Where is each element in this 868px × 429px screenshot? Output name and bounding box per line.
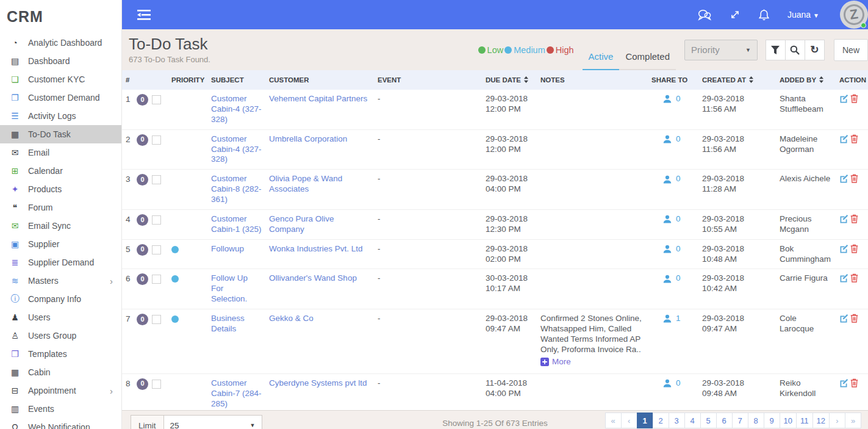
page-button-11[interactable]: 11 bbox=[796, 413, 813, 428]
sidebar-item-cabin[interactable]: ▦Cabin bbox=[0, 363, 121, 381]
user-menu[interactable]: Juana▼ bbox=[787, 10, 819, 20]
customer-link[interactable]: Wonka Industries Pvt. Ltd bbox=[269, 244, 363, 253]
page-prev-button[interactable]: ‹ bbox=[621, 413, 637, 428]
sidebar-item-appointment[interactable]: ⊟Appointment› bbox=[0, 381, 121, 400]
edit-icon[interactable] bbox=[839, 314, 848, 326]
priority-filter-select[interactable]: Priority ▼ bbox=[684, 40, 758, 60]
edit-icon[interactable] bbox=[839, 174, 848, 186]
edit-icon[interactable] bbox=[839, 244, 848, 256]
search-button[interactable] bbox=[785, 40, 805, 60]
customer-link[interactable]: Umbrella Corporation bbox=[269, 134, 347, 143]
page-button-1[interactable]: 1 bbox=[637, 413, 653, 428]
share-to-button[interactable]: 0 bbox=[651, 214, 681, 225]
row-checkbox[interactable] bbox=[152, 380, 161, 389]
column-header-created[interactable]: CREATED AT bbox=[698, 70, 776, 90]
subject-link[interactable]: Customer Cabin-8 (282-361) bbox=[211, 174, 262, 204]
row-checkbox[interactable] bbox=[152, 175, 161, 184]
customer-link[interactable]: Olivia Pope & Wand Associates bbox=[269, 174, 342, 193]
share-to-button[interactable]: 0 bbox=[651, 273, 681, 284]
sidebar-item-dashboard[interactable]: ▤Dashboard bbox=[0, 52, 121, 70]
sidebar-item-forum[interactable]: ❝Forum bbox=[0, 198, 121, 217]
row-checkbox[interactable] bbox=[152, 135, 161, 145]
share-to-button[interactable]: 0 bbox=[651, 94, 681, 104]
tab-active[interactable]: Active bbox=[583, 51, 620, 70]
sidebar-item-masters[interactable]: ≋Masters› bbox=[0, 272, 121, 290]
column-header-due[interactable]: DUE DATE bbox=[482, 70, 537, 90]
chat-icon[interactable] bbox=[697, 9, 711, 21]
sort-icon[interactable] bbox=[748, 76, 754, 83]
customer-link[interactable]: Gekko & Co bbox=[269, 314, 314, 323]
share-to-button[interactable]: 0 bbox=[651, 174, 681, 184]
sidebar-toggle-button[interactable] bbox=[137, 10, 151, 20]
avatar[interactable]: Z bbox=[840, 1, 868, 29]
sidebar-item-events[interactable]: ▥Events bbox=[0, 400, 121, 418]
column-header-added[interactable]: ADDED BY bbox=[776, 70, 836, 90]
sidebar-item-calendar[interactable]: ⊞Calendar bbox=[0, 162, 121, 180]
page-button-4[interactable]: 4 bbox=[684, 413, 701, 428]
customer-link[interactable]: Ollivander's Wand Shop bbox=[269, 273, 357, 283]
sort-icon[interactable] bbox=[819, 76, 824, 83]
page-first-button[interactable]: « bbox=[605, 413, 622, 428]
edit-icon[interactable] bbox=[839, 378, 848, 391]
subject-link[interactable]: Customer Cabin-1 (325) bbox=[211, 214, 262, 234]
page-last-button[interactable]: » bbox=[845, 413, 861, 428]
subject-link[interactable]: Customer Cabin-4 (327-328) bbox=[211, 94, 262, 124]
delete-icon[interactable] bbox=[850, 174, 858, 186]
sidebar-item-products[interactable]: ✦Products bbox=[0, 180, 121, 198]
sidebar-item-web-notification[interactable]: ΩWeb Notification bbox=[0, 418, 121, 429]
row-checkbox[interactable] bbox=[152, 245, 161, 254]
delete-icon[interactable] bbox=[850, 94, 858, 106]
customer-link[interactable]: Vehement Capital Partners bbox=[269, 94, 367, 103]
edit-icon[interactable] bbox=[839, 134, 848, 146]
refresh-button[interactable]: ↻ bbox=[805, 40, 825, 60]
page-button-6[interactable]: 6 bbox=[716, 413, 733, 428]
row-checkbox[interactable] bbox=[152, 95, 161, 104]
page-button-10[interactable]: 10 bbox=[780, 413, 797, 428]
page-button-2[interactable]: 2 bbox=[653, 413, 669, 428]
sidebar-item-supplier-demand[interactable]: ≣Supplier Demand bbox=[0, 253, 121, 272]
delete-icon[interactable] bbox=[850, 134, 858, 146]
sidebar-item-customer-demand[interactable]: ❐Customer Demand bbox=[0, 88, 121, 107]
sidebar-item-to-do-task[interactable]: ▦To-Do Task bbox=[0, 125, 121, 143]
sidebar-item-customer-kyc[interactable]: ❏Customer KYC bbox=[0, 70, 121, 88]
sidebar-item-templates[interactable]: ❒Templates bbox=[0, 345, 121, 363]
subject-link[interactable]: Customer Cabin-7 (284-285) bbox=[211, 378, 262, 408]
more-button[interactable]: More bbox=[540, 357, 571, 367]
delete-icon[interactable] bbox=[850, 244, 858, 256]
delete-icon[interactable] bbox=[850, 314, 858, 326]
subject-link[interactable]: Customer Cabin-4 (327-328) bbox=[211, 134, 262, 164]
edit-icon[interactable] bbox=[839, 214, 848, 226]
delete-icon[interactable] bbox=[850, 273, 858, 286]
row-checkbox[interactable] bbox=[152, 275, 161, 284]
sidebar-item-email-sync[interactable]: ✉Email Sync bbox=[0, 217, 121, 235]
subject-link[interactable]: Followup bbox=[211, 244, 244, 253]
subject-link[interactable]: Business Details bbox=[211, 314, 245, 333]
customer-link[interactable]: Cyberdyne Systems pvt ltd bbox=[269, 378, 367, 388]
share-to-button[interactable]: 0 bbox=[651, 134, 681, 145]
page-button-8[interactable]: 8 bbox=[748, 413, 764, 428]
edit-icon[interactable] bbox=[839, 273, 848, 286]
delete-icon[interactable] bbox=[850, 378, 858, 391]
row-checkbox[interactable] bbox=[152, 215, 161, 225]
sidebar-item-supplier[interactable]: ▣Supplier bbox=[0, 235, 121, 253]
new-task-button[interactable]: New bbox=[834, 39, 868, 61]
fullscreen-icon[interactable] bbox=[730, 9, 741, 20]
page-next-button[interactable]: › bbox=[829, 413, 845, 428]
page-button-9[interactable]: 9 bbox=[764, 413, 780, 428]
edit-icon[interactable] bbox=[839, 94, 848, 106]
page-button-5[interactable]: 5 bbox=[700, 413, 717, 428]
bell-icon[interactable] bbox=[759, 9, 769, 21]
sidebar-item-company-info[interactable]: ⓘCompany Info bbox=[0, 290, 121, 308]
tab-completed[interactable]: Completed bbox=[619, 51, 676, 70]
page-button-3[interactable]: 3 bbox=[669, 413, 685, 428]
filter-button[interactable] bbox=[766, 40, 786, 60]
sort-icon[interactable] bbox=[523, 76, 529, 83]
customer-link[interactable]: Genco Pura Olive Company bbox=[269, 214, 334, 234]
sidebar-item-users[interactable]: ♟Users bbox=[0, 308, 121, 326]
sidebar-item-analytic-dashboard[interactable]: ◔Analytic Dashboard bbox=[0, 34, 121, 52]
page-button-12[interactable]: 12 bbox=[812, 413, 830, 428]
row-checkbox[interactable] bbox=[152, 315, 161, 324]
share-to-button[interactable]: 0 bbox=[651, 378, 681, 389]
share-to-button[interactable]: 1 bbox=[651, 314, 681, 324]
limit-select[interactable]: 25 ▼ bbox=[163, 415, 262, 429]
